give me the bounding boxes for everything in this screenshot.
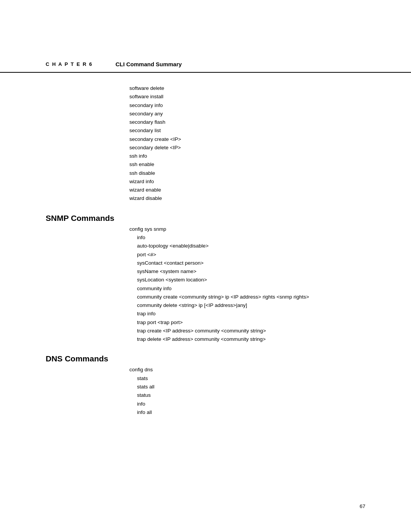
snmp-command-item: auto-topology <enable|disable> (129, 242, 365, 250)
snmp-section: SNMP Commands config sys snmp infoauto-t… (46, 214, 365, 344)
snmp-command-item: info (129, 233, 365, 242)
snmp-command-item: trap delete <IP address> community <comm… (129, 335, 365, 343)
software-command-item: secondary delete <IP> (129, 144, 365, 152)
snmp-command-item: community delete <string> ip [<IP addres… (129, 301, 365, 310)
snmp-command-item: port <#> (129, 251, 365, 259)
software-command-item: secondary flash (129, 118, 365, 126)
software-command-item: ssh enable (129, 160, 365, 169)
page-number: 67 (360, 503, 365, 509)
page-header: C H A P T E R 6 CLI Command Summary (0, 0, 411, 73)
software-command-item: secondary list (129, 126, 365, 135)
software-command-item: secondary any (129, 110, 365, 118)
software-command-item: ssh info (129, 152, 365, 160)
software-command-item: secondary create <IP> (129, 135, 365, 144)
software-command-list: software deletesoftware installsecondary… (46, 84, 365, 203)
dns-command-item: info all (129, 408, 365, 417)
chapter-label-text: C H A P T E R (46, 61, 87, 67)
software-command-item: wizard info (129, 177, 365, 186)
dns-commands: config dns statsstats allstatusinfoinfo … (46, 366, 365, 417)
software-command-item: ssh disable (129, 169, 365, 177)
dns-command-item: status (129, 391, 365, 399)
chapter-number: 6 (89, 61, 92, 67)
dns-root-cmd: config dns (129, 366, 365, 374)
snmp-command-item: sysContact <contact person> (129, 259, 365, 267)
software-command-item: secondary info (129, 101, 365, 110)
software-command-item: software delete (129, 84, 365, 93)
dns-command-item: stats (129, 374, 365, 383)
snmp-command-item: trap info (129, 310, 365, 318)
dns-command-item: stats all (129, 383, 365, 391)
dns-cmd-list: statsstats allstatusinfoinfo all (129, 374, 365, 417)
dns-command-item: info (129, 400, 365, 408)
dns-section: DNS Commands config dns statsstats allst… (46, 354, 365, 417)
snmp-command-item: community info (129, 284, 365, 293)
snmp-commands: config sys snmp infoauto-topology <enabl… (46, 225, 365, 344)
chapter-title: CLI Command Summary (115, 61, 182, 67)
dns-section-title: DNS Commands (46, 354, 365, 363)
snmp-command-item: trap create <IP address> community <comm… (129, 327, 365, 335)
snmp-command-item: community create <community string> ip <… (129, 293, 365, 301)
software-command-item: wizard disable (129, 194, 365, 203)
page: C H A P T E R 6 CLI Command Summary soft… (0, 0, 411, 532)
snmp-command-item: trap port <trap port> (129, 318, 365, 327)
snmp-command-item: sysName <system name> (129, 267, 365, 276)
software-command-item: wizard enable (129, 186, 365, 194)
page-content: software deletesoftware installsecondary… (0, 84, 411, 417)
software-command-item: software install (129, 93, 365, 101)
snmp-command-item: sysLocation <system location> (129, 276, 365, 284)
snmp-section-title: SNMP Commands (46, 214, 365, 223)
chapter-label: C H A P T E R 6 (46, 61, 92, 67)
snmp-root-cmd: config sys snmp (129, 225, 365, 233)
snmp-cmd-list: infoauto-topology <enable|disable>port <… (129, 233, 365, 343)
